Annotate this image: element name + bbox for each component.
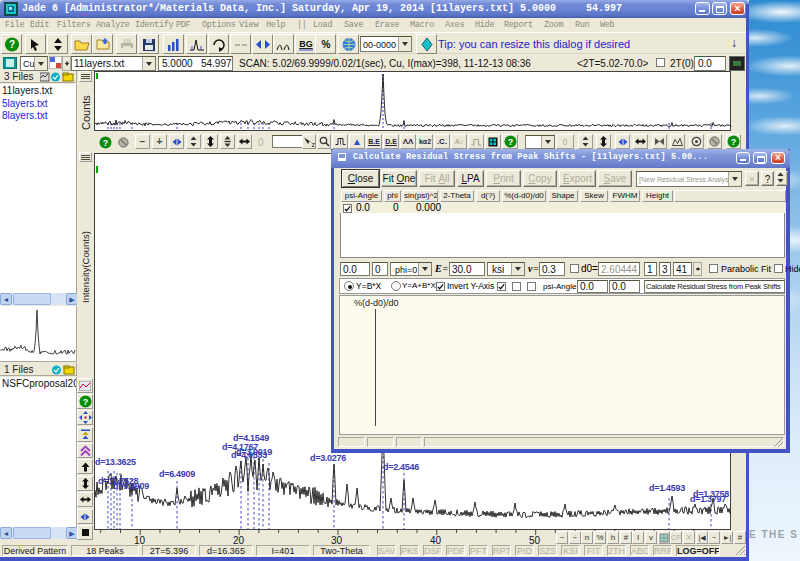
svg-text:%: % — [321, 39, 330, 50]
svg-text:?: ? — [507, 137, 513, 147]
svg-text:?: ? — [8, 39, 14, 50]
svg-text:?: ? — [731, 137, 737, 147]
svg-text:BG: BG — [299, 39, 313, 49]
svg-text:z: z — [312, 140, 316, 147]
svg-text:?: ? — [102, 138, 108, 148]
svg-text:?: ? — [82, 397, 88, 407]
